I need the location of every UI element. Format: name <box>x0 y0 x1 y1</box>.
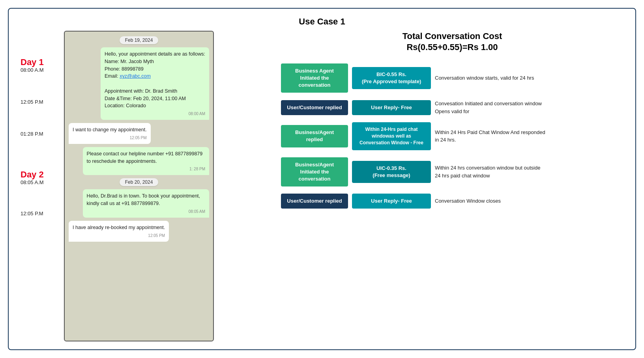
info-row-1: Business Agent Initiated the conversatio… <box>281 63 623 93</box>
action-btn-4: Business/Agent Initiated the conversatio… <box>281 157 348 187</box>
cost-btn-5: User Reply- Free <box>352 194 431 209</box>
date-badge-1: Feb 19, 2024 <box>120 36 159 44</box>
main-content: Day 1 08:00 A.M 12:05 P.M 01:28 P.M Day … <box>21 31 623 341</box>
chat-window: Feb 19, 2024 Hello, your appointment det… <box>64 31 214 341</box>
bubble-time-5: 12:05 PM <box>73 233 165 239</box>
timeline-item-3: 01:28 P.M <box>21 131 64 138</box>
email-link[interactable]: xyz@abc.com <box>120 73 151 79</box>
timeline-labels: Day 1 08:00 A.M 12:05 P.M 01:28 P.M Day … <box>21 31 64 341</box>
timeline-item-2: 12:05 P.M <box>21 99 64 106</box>
cost-title-line2: Rs(0.55+0.55)=Rs 1.00 <box>281 42 623 52</box>
left-panel: Day 1 08:00 A.M 12:05 P.M 01:28 P.M Day … <box>21 31 273 341</box>
bubble-time-4: 08:05 AM <box>87 209 205 214</box>
outer-container: Use Case 1 Day 1 08:00 A.M 12:05 P.M 01:… <box>8 8 636 350</box>
action-btn-1: Business Agent Initiated the conversatio… <box>281 63 348 93</box>
cost-title-line1: Total Conversation Cost <box>281 31 623 42</box>
desc-5: Conversation Window closes <box>435 197 501 205</box>
chat-bubble-3: Please contact our helpline number +91 8… <box>83 147 209 175</box>
day2-label: Day 2 <box>21 170 44 179</box>
page-title: Use Case 1 <box>21 17 623 27</box>
chat-bubble-2: I want to change my appointment. 12:05 P… <box>69 123 151 144</box>
rows-container: Business Agent Initiated the conversatio… <box>281 60 623 341</box>
timeline-item-5: 12:05 P.M <box>21 211 64 218</box>
info-row-2: User/Customer replied User Reply- Free C… <box>281 100 623 115</box>
cost-btn-2: User Reply- Free <box>352 100 431 115</box>
chat-bubble-5: I have already re-booked my appointment.… <box>69 221 169 242</box>
time3: 01:28 P.M <box>21 131 43 137</box>
time5: 12:05 P.M <box>21 211 43 216</box>
desc-2: Convesation Initiated and conversation w… <box>435 100 545 115</box>
day2-time: 08:05 A.M <box>21 179 44 185</box>
cost-btn-3: Within 24-Hrs paid chat windowas well as… <box>352 122 431 150</box>
day1-time: 08:00 A.M <box>21 67 44 73</box>
date-badge-2: Feb 20, 2024 <box>120 178 159 186</box>
timeline-item-1: Day 1 08:00 A.M <box>21 58 64 75</box>
time2: 12:05 P.M <box>21 99 43 105</box>
chat-bubble-4: Hello, Dr.Brad is in town. To book your … <box>83 189 209 218</box>
action-btn-5: User/Customer replied <box>281 194 348 209</box>
chat-bubble-1: Hello, your appointment details are as f… <box>101 47 209 120</box>
desc-3: Within 24 Hrs Paid Chat Window And respo… <box>435 129 545 144</box>
info-row-3: Business/Agent replied Within 24-Hrs pai… <box>281 122 623 150</box>
cost-header: Total Conversation Cost Rs(0.55+0.55)=Rs… <box>281 31 623 52</box>
cost-btn-4: UIC-0.35 Rs.(Free message) <box>352 161 431 183</box>
info-row-4: Business/Agent Initiated the conversatio… <box>281 157 623 187</box>
desc-1: Conversation window starts, valid for 24… <box>435 74 534 82</box>
bubble-time-1: 08:00 AM <box>105 111 205 117</box>
bubble-time-3: 1: 28 PM <box>87 166 205 172</box>
day1-label: Day 1 <box>21 58 44 67</box>
cost-btn-1: BIC-0.55 Rs.(Pre Approved template) <box>352 67 431 89</box>
info-row-5: User/Customer replied User Reply- Free C… <box>281 194 623 209</box>
timeline-item-4: Day 2 08:05 A.M <box>21 170 64 187</box>
action-btn-2: User/Customer replied <box>281 100 348 115</box>
action-btn-3: Business/Agent replied <box>281 125 348 147</box>
right-panel: Total Conversation Cost Rs(0.55+0.55)=Rs… <box>273 31 623 341</box>
bubble-time-2: 12:05 PM <box>73 135 147 141</box>
desc-4: Within 24 hrs conversation window but ou… <box>435 164 545 179</box>
